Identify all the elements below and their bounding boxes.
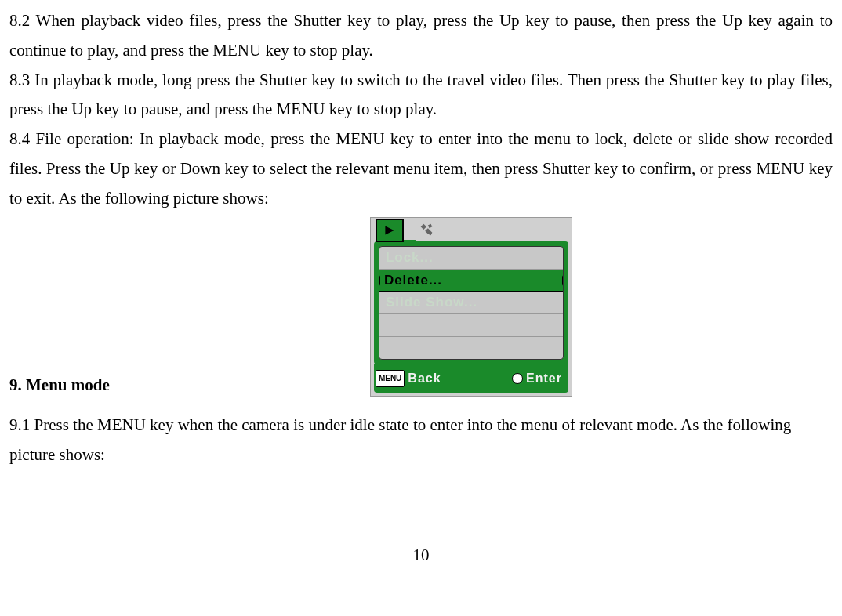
page-number: 10 bbox=[9, 541, 833, 571]
setup-tab-icon bbox=[418, 221, 435, 238]
svg-marker-0 bbox=[385, 226, 394, 234]
menu-item-slideshow: Slide Show... bbox=[379, 292, 563, 314]
paragraph-8-3: 8.3 In playback mode, long press the Shu… bbox=[9, 66, 833, 125]
menu-item-empty-1 bbox=[379, 314, 563, 337]
paragraph-8-4: 8.4 File operation: In playback mode, pr… bbox=[9, 125, 833, 213]
heading-9: 9. Menu mode bbox=[9, 375, 110, 394]
playback-menu-screenshot: Lock... Delete... Slide Show... MENU Bac… bbox=[110, 217, 833, 397]
paragraph-8-2: 8.2 When playback video files, press the… bbox=[9, 6, 833, 66]
menu-button-icon: MENU bbox=[376, 370, 405, 387]
paragraph-9-1: 9.1 Press the MENU key when the camera i… bbox=[9, 411, 833, 470]
back-label: Back bbox=[408, 368, 441, 390]
enter-label: Enter bbox=[526, 368, 562, 390]
menu-item-lock: Lock... bbox=[379, 247, 563, 270]
menu-item-delete: Delete... bbox=[379, 270, 564, 292]
enter-button-icon bbox=[512, 373, 523, 384]
menu-item-empty-2 bbox=[379, 337, 563, 359]
play-tab-icon bbox=[376, 219, 404, 242]
